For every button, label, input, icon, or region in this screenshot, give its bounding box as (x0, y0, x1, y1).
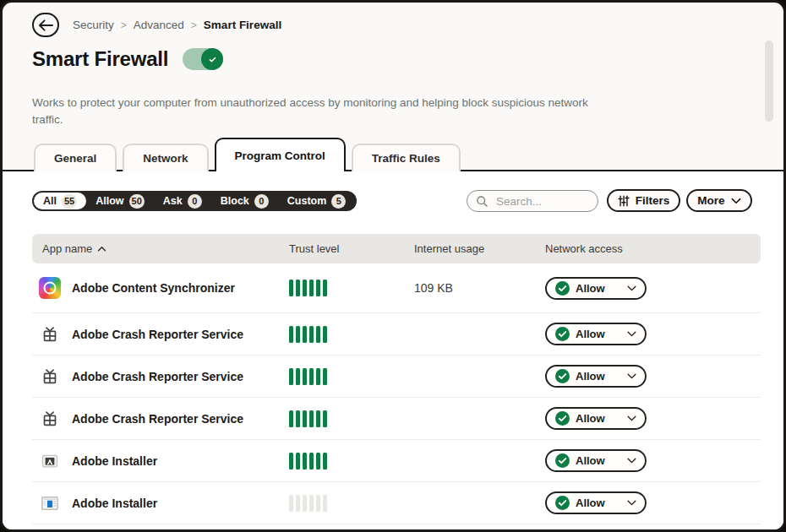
count-badge: 5 (331, 194, 346, 209)
app-package-icon (39, 366, 61, 388)
network-access-dropdown[interactable]: Allow (545, 449, 647, 472)
count-badge: 50 (129, 194, 145, 209)
feature-description: Works to protect your computer from unau… (32, 95, 590, 128)
app-package-icon (39, 323, 61, 345)
toggle-check-icon (201, 48, 223, 70)
network-access-dropdown[interactable]: Allow (545, 323, 647, 345)
app-list: Adobe Content Synchronizer 109 KB Allow (32, 263, 761, 524)
allow-check-icon (555, 327, 570, 341)
count-badge: 55 (62, 194, 77, 209)
column-app-name[interactable]: App name (32, 242, 289, 255)
filter-allow[interactable]: Allow 50 (86, 193, 154, 209)
breadcrumb-separator-icon: > (121, 19, 127, 31)
chevron-down-icon (627, 415, 636, 421)
trust-level-bars (289, 495, 414, 512)
smart-firewall-toggle[interactable] (183, 48, 223, 70)
chevron-down-icon (731, 198, 741, 204)
back-button[interactable] (32, 13, 59, 37)
chevron-down-icon (627, 458, 636, 464)
tab-traffic-rules[interactable]: Traffic Rules (352, 144, 461, 171)
trust-level-bars (289, 453, 414, 470)
table-row: Adobe Installer Allow (32, 440, 761, 482)
breadcrumb-security[interactable]: Security (73, 19, 114, 31)
installer-window-icon (39, 492, 61, 514)
column-trust-level: Trust level (289, 242, 414, 255)
network-access-dropdown[interactable]: Allow (545, 407, 647, 430)
chevron-down-icon (627, 373, 636, 379)
breadcrumb: Security > Advanced > Smart Firewall (73, 19, 281, 31)
allow-check-icon (555, 369, 570, 383)
tab-network[interactable]: Network (123, 144, 208, 171)
app-name: Adobe Crash Reporter Service (72, 412, 243, 426)
app-name: Adobe Installer (72, 497, 157, 510)
more-button[interactable]: More (686, 189, 752, 212)
breadcrumb-smart-firewall: Smart Firewall (204, 19, 281, 31)
table-row: Adobe Crash Reporter Service Allow (32, 398, 761, 440)
column-network-access: Network access (545, 242, 761, 255)
trust-level-bars (289, 368, 414, 385)
table-row: Adobe Crash Reporter Service Allow (32, 356, 761, 398)
sort-asc-icon (97, 246, 106, 252)
allow-check-icon (555, 453, 570, 468)
app-name: Adobe Crash Reporter Service (72, 328, 243, 341)
table-row: Adobe Content Synchronizer 109 KB Allow (32, 263, 761, 313)
table-header: App name Trust level Internet usage Netw… (32, 234, 761, 263)
search-box[interactable] (467, 190, 598, 212)
trust-level-bars (289, 280, 414, 296)
tabstrip: General Network Program Control Traffic … (34, 138, 461, 171)
tab-general[interactable]: General (34, 144, 117, 171)
network-access-dropdown[interactable]: Allow (545, 491, 647, 514)
chevron-down-icon (627, 285, 636, 291)
network-access-dropdown[interactable]: Allow (545, 277, 647, 300)
app-package-icon (39, 408, 61, 430)
allow-check-icon (555, 411, 570, 426)
trust-level-bars (289, 326, 414, 343)
status-filter-bar: All 55 Allow 50 Ask 0 Block 0 Custom 5 (32, 191, 357, 211)
column-internet-usage: Internet usage (414, 242, 545, 255)
filters-button[interactable]: Filters (607, 189, 680, 212)
smart-firewall-window: Security > Advanced > Smart Firewall Sma… (0, 0, 786, 532)
adobe-box-icon (39, 450, 61, 472)
table-row: Adobe Crash Reporter Service Allow (32, 313, 761, 356)
network-access-dropdown[interactable]: Allow (545, 365, 647, 388)
app-name: Adobe Content Synchronizer (72, 281, 235, 295)
program-control-panel: All 55 Allow 50 Ask 0 Block 0 Custom 5 (3, 171, 783, 529)
filter-all[interactable]: All 55 (34, 193, 86, 209)
search-icon (476, 195, 489, 208)
breadcrumb-advanced[interactable]: Advanced (134, 19, 184, 31)
allow-check-icon (555, 496, 570, 510)
allow-check-icon (555, 281, 570, 296)
breadcrumb-separator-icon: > (191, 19, 197, 31)
filter-ask[interactable]: Ask 0 (154, 193, 211, 209)
filter-block[interactable]: Block 0 (211, 193, 278, 209)
chevron-down-icon (627, 331, 636, 337)
chevron-down-icon (627, 500, 636, 506)
tab-program-control[interactable]: Program Control (215, 138, 346, 171)
vertical-scrollbar[interactable] (765, 41, 773, 122)
arrow-left-icon (38, 19, 54, 32)
filter-custom[interactable]: Custom 5 (278, 193, 356, 209)
table-row: Adobe Installer Allow (32, 482, 761, 524)
search-input[interactable] (494, 194, 589, 209)
internet-usage-value: 109 KB (414, 281, 545, 295)
page-title: Smart Firewall (32, 47, 168, 71)
count-badge: 0 (254, 194, 269, 209)
sliders-icon (618, 195, 630, 207)
app-name: Adobe Installer (72, 454, 157, 468)
app-name: Adobe Crash Reporter Service (72, 370, 243, 383)
trust-level-bars (289, 410, 414, 427)
adobe-creative-cloud-icon (39, 277, 61, 299)
count-badge: 0 (188, 194, 202, 209)
